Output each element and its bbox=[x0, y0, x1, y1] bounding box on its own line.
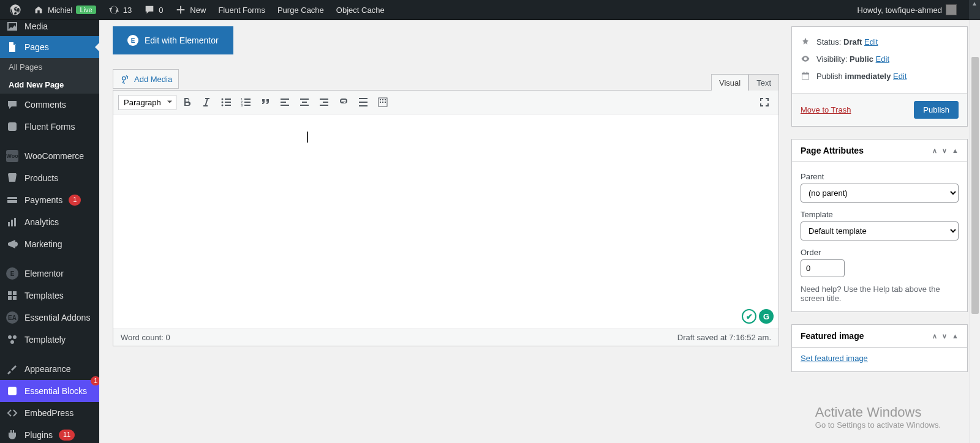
menu-item-comments[interactable]: Comments bbox=[0, 94, 99, 116]
format-select[interactable]: Paragraph bbox=[118, 95, 176, 110]
adminbar-link-fluent-forms[interactable]: Fluent Forms bbox=[214, 6, 269, 15]
templates-icon bbox=[6, 289, 18, 302]
move-to-trash-link[interactable]: Move to Trash bbox=[801, 105, 851, 114]
admin-toolbar: Michiel Live 13 0 New Fluent Forms Purge… bbox=[0, 0, 980, 20]
update-icon bbox=[108, 4, 119, 15]
svg-rect-23 bbox=[281, 99, 289, 100]
italic-button[interactable] bbox=[197, 93, 216, 111]
forms-icon bbox=[6, 121, 18, 133]
order-input[interactable] bbox=[801, 259, 845, 277]
svg-rect-28 bbox=[300, 105, 309, 106]
menu-item-analytics[interactable]: Analytics bbox=[0, 211, 99, 233]
menu-item-embedpress[interactable]: EmbedPress bbox=[0, 402, 99, 424]
menu-item-elementor[interactable]: EElementor bbox=[0, 262, 99, 285]
menu-item-essential-blocks[interactable]: Essential Blocks1 bbox=[0, 380, 99, 402]
draft-saved-text: Draft saved at 7:16:52 am. bbox=[677, 333, 771, 342]
submenu-pages: All Pages Add New Page bbox=[0, 58, 99, 94]
media-add-icon bbox=[119, 73, 130, 84]
menu-item-products[interactable]: Products bbox=[0, 167, 99, 189]
menu-item-woocommerce[interactable]: WooWooCommerce bbox=[0, 145, 99, 167]
align-left-button[interactable] bbox=[276, 93, 294, 111]
plugins-badge: 11 bbox=[59, 430, 75, 440]
menu-item-plugins[interactable]: Plugins11 bbox=[0, 424, 99, 443]
adminbar-link-purge-cache[interactable]: Purge Cache bbox=[274, 6, 328, 15]
status-row: Status: Draft Edit bbox=[801, 33, 959, 50]
panel-down-icon[interactable]: ∨ bbox=[942, 147, 947, 155]
grammarly-icon-fill[interactable]: G bbox=[759, 309, 774, 324]
menu-item-payments[interactable]: Payments1 bbox=[0, 189, 99, 211]
svg-rect-38 bbox=[385, 99, 386, 100]
menu-item-media[interactable]: Media bbox=[0, 20, 99, 36]
appearance-icon bbox=[6, 363, 18, 375]
align-right-button[interactable] bbox=[315, 93, 333, 111]
ol-button[interactable]: 123 bbox=[236, 93, 255, 111]
menu-item-appearance[interactable]: Appearance bbox=[0, 358, 99, 380]
svg-rect-41 bbox=[385, 102, 386, 103]
svg-rect-24 bbox=[281, 102, 286, 103]
ul-button[interactable] bbox=[217, 93, 235, 111]
editor-status-bar: Word count: 0 Draft saved at 7:16:52 am. bbox=[113, 329, 778, 346]
site-name-menu[interactable]: Michiel Live bbox=[29, 4, 100, 15]
fullscreen-button[interactable] bbox=[755, 93, 774, 111]
my-account-menu[interactable]: Howdy, towfique-ahmed bbox=[854, 4, 961, 15]
edit-date-link[interactable]: Edit bbox=[893, 72, 907, 81]
menu-item-fluent-forms[interactable]: Fluent Forms bbox=[0, 116, 99, 138]
sub-item-all-pages[interactable]: All Pages bbox=[0, 58, 99, 76]
parent-select[interactable]: (no parent) bbox=[801, 184, 959, 203]
wp-logo-menu[interactable] bbox=[6, 4, 24, 15]
updates-menu[interactable]: 13 bbox=[105, 4, 135, 15]
media-icon bbox=[6, 20, 18, 32]
publish-button[interactable]: Publish bbox=[914, 101, 959, 119]
page-scrollbar[interactable] bbox=[970, 20, 980, 443]
edit-with-elementor-button[interactable]: E Edit with Elementor bbox=[113, 26, 233, 54]
panel-toggle-icon[interactable]: ▲ bbox=[952, 147, 959, 155]
panel-up-icon[interactable]: ∧ bbox=[932, 332, 937, 340]
svg-rect-0 bbox=[8, 122, 17, 131]
template-label: Template bbox=[801, 210, 959, 219]
menu-item-essential-addons[interactable]: EAEssential Addons bbox=[0, 307, 99, 329]
align-center-button[interactable] bbox=[295, 93, 314, 111]
scrollbar-thumb[interactable] bbox=[971, 57, 979, 314]
toolbar-toggle-button[interactable] bbox=[374, 93, 392, 111]
svg-rect-45 bbox=[807, 72, 808, 73]
edit-status-link[interactable]: Edit bbox=[864, 37, 878, 47]
pin-icon bbox=[801, 37, 810, 47]
menu-item-marketing[interactable]: Marketing bbox=[0, 233, 99, 255]
adminbar-link-object-cache[interactable]: Object Cache bbox=[333, 6, 388, 15]
editor-toolbar: Paragraph 123 bbox=[113, 91, 778, 114]
edit-visibility-link[interactable]: Edit bbox=[876, 54, 889, 64]
sub-item-add-new-page[interactable]: Add New Page bbox=[0, 76, 99, 94]
new-content-menu[interactable]: New bbox=[172, 4, 209, 15]
svg-rect-26 bbox=[300, 99, 309, 100]
set-featured-image-link[interactable]: Set featured image bbox=[801, 354, 868, 363]
tab-text[interactable]: Text bbox=[748, 74, 779, 91]
elementor-icon: E bbox=[6, 267, 18, 280]
bold-button[interactable] bbox=[178, 93, 196, 111]
menu-item-pages[interactable]: Pages bbox=[0, 36, 99, 58]
quote-button[interactable] bbox=[256, 93, 274, 111]
svg-rect-39 bbox=[380, 102, 381, 103]
woo-icon: Woo bbox=[6, 150, 18, 162]
menu-item-templates[interactable]: Templates bbox=[0, 285, 99, 307]
svg-text:3: 3 bbox=[241, 103, 243, 107]
template-select[interactable]: Default template bbox=[801, 222, 959, 240]
tab-visual[interactable]: Visual bbox=[711, 74, 748, 92]
grammarly-icon-outline[interactable]: ✔ bbox=[742, 309, 756, 324]
new-label: New bbox=[190, 6, 206, 15]
admin-menu: Media Pages All Pages Add New Page Comme… bbox=[0, 20, 99, 443]
link-button[interactable] bbox=[334, 93, 353, 111]
panel-toggle-icon[interactable]: ▲ bbox=[952, 332, 959, 340]
add-media-button[interactable]: Add Media bbox=[113, 69, 179, 89]
svg-point-6 bbox=[8, 335, 12, 339]
svg-point-8 bbox=[10, 340, 14, 344]
panel-up-icon[interactable]: ∧ bbox=[932, 147, 937, 155]
svg-rect-5 bbox=[14, 218, 16, 226]
panel-down-icon[interactable]: ∨ bbox=[942, 332, 947, 340]
comments-menu[interactable]: 0 bbox=[140, 4, 167, 15]
adminbar-scroll-up[interactable]: ▲ bbox=[969, 0, 980, 20]
plus-icon bbox=[175, 4, 186, 15]
menu-item-templately[interactable]: Templately bbox=[0, 329, 99, 351]
ea-icon: EA bbox=[6, 311, 18, 324]
readmore-button[interactable] bbox=[354, 93, 372, 111]
content-editor[interactable]: ✔ G bbox=[113, 114, 778, 329]
